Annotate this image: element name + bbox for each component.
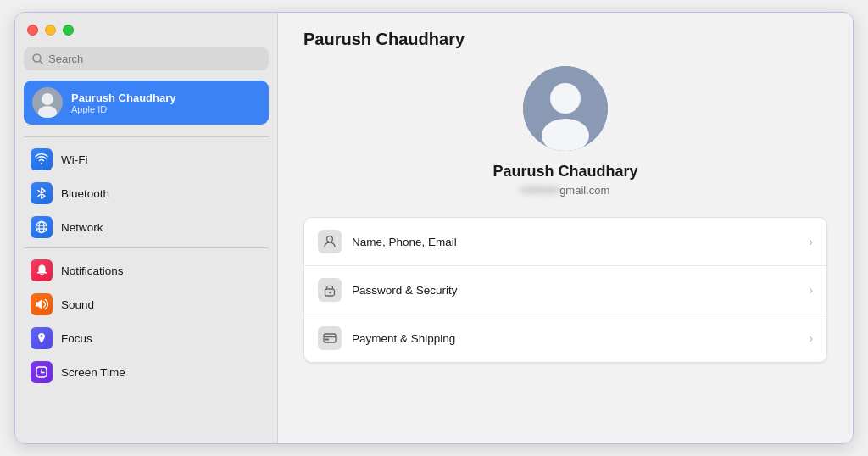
chevron-icon-2: › — [809, 331, 813, 345]
sidebar-label-focus: Focus — [61, 332, 92, 345]
email-domain: gmail.com — [559, 184, 609, 197]
svg-point-2 — [42, 93, 53, 105]
profile-name: Paurush Chaudhary — [492, 163, 637, 181]
notifications-icon — [31, 259, 53, 281]
settings-row-payment-shipping[interactable]: Payment & Shipping › — [304, 314, 826, 362]
sidebar-divider-2 — [24, 247, 269, 248]
settings-row-password-security[interactable]: Password & Security › — [304, 266, 826, 314]
svg-point-3 — [38, 106, 57, 118]
profile-section: Paurush Chaudhary ••••••••••gmail.com — [303, 66, 827, 197]
close-button[interactable] — [27, 25, 38, 36]
user-subtitle: Apple ID — [71, 104, 176, 114]
sidebar-item-notifications[interactable]: Notifications — [24, 253, 269, 287]
password-security-icon — [318, 278, 342, 302]
svg-point-5 — [39, 222, 44, 233]
search-input[interactable] — [48, 53, 260, 65]
maximize-button[interactable] — [63, 25, 74, 36]
settings-list: Name, Phone, Email › Password & Security… — [303, 217, 827, 363]
sidebar-label-notifications: Notifications — [61, 264, 124, 277]
sidebar-label-wifi: Wi-Fi — [61, 153, 87, 166]
user-info: Paurush Chaudhary Apple ID — [71, 92, 176, 114]
chevron-icon-0: › — [809, 235, 813, 248]
traffic-lights — [24, 25, 269, 36]
sidebar-item-bluetooth[interactable]: Bluetooth — [24, 176, 269, 210]
svg-point-15 — [329, 292, 331, 293]
sidebar-item-screentime[interactable]: Screen Time — [24, 355, 269, 389]
chevron-icon-1: › — [809, 283, 813, 297]
sidebar-label-sound: Sound — [61, 298, 94, 311]
sidebar-label-network: Network — [61, 221, 103, 234]
focus-icon — [31, 327, 53, 349]
sidebar: Paurush Chaudhary Apple ID Wi-Fi — [15, 13, 278, 443]
bluetooth-icon — [31, 182, 53, 204]
svg-point-11 — [550, 83, 581, 114]
email-blur: •••••••••• — [521, 184, 560, 197]
sidebar-item-sound[interactable]: Sound — [24, 287, 269, 321]
search-box[interactable] — [24, 47, 269, 70]
settings-label-password-security: Password & Security — [352, 284, 798, 297]
payment-shipping-icon — [318, 326, 342, 350]
minimize-button[interactable] — [45, 25, 56, 36]
settings-label-name-phone-email: Name, Phone, Email — [352, 236, 798, 248]
sound-icon — [31, 293, 53, 315]
user-avatar-small — [32, 87, 63, 118]
svg-rect-16 — [324, 334, 336, 342]
wifi-icon — [31, 148, 53, 170]
page-title: Paurush Chaudhary — [303, 30, 827, 49]
profile-avatar — [523, 66, 608, 151]
svg-rect-18 — [326, 339, 329, 341]
user-name: Paurush Chaudhary — [71, 92, 176, 104]
apple-id-item[interactable]: Paurush Chaudhary Apple ID — [24, 81, 269, 125]
settings-row-name-phone-email[interactable]: Name, Phone, Email › — [304, 218, 826, 266]
sidebar-label-bluetooth: Bluetooth — [61, 187, 109, 200]
settings-label-payment-shipping: Payment & Shipping — [352, 332, 798, 345]
sidebar-item-network[interactable]: Network — [24, 210, 269, 244]
svg-line-1 — [40, 61, 42, 64]
main-content: Paurush Chaudhary Paurush Chaudhary ••••… — [278, 13, 853, 443]
profile-email: ••••••••••gmail.com — [521, 184, 610, 197]
svg-point-4 — [36, 222, 47, 233]
sidebar-item-focus[interactable]: Focus — [24, 321, 269, 355]
network-icon — [31, 216, 53, 238]
screentime-icon — [31, 361, 53, 383]
system-preferences-window: Paurush Chaudhary Apple ID Wi-Fi — [14, 12, 854, 444]
sidebar-item-wifi[interactable]: Wi-Fi — [24, 142, 269, 176]
sidebar-divider-1 — [24, 136, 269, 137]
svg-point-13 — [327, 236, 333, 242]
search-icon — [32, 53, 43, 64]
svg-point-8 — [41, 335, 43, 337]
sidebar-label-screentime: Screen Time — [61, 366, 125, 379]
name-phone-email-icon — [318, 230, 342, 253]
